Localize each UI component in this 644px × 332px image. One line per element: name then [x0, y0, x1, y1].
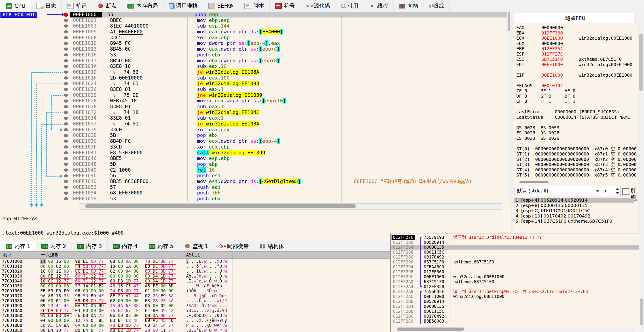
stack-row[interactable]: 012FF288│0D011C5C — [391, 250, 639, 254]
spin-up-icon[interactable] — [616, 188, 619, 190]
tab-内存 2[interactable]: 内存 2 — [36, 241, 72, 251]
disasm-address[interactable]: 00EE1037 — [70, 121, 105, 127]
registers-mini-scrollbar[interactable] — [520, 181, 548, 183]
memory-row[interactable]: 770D1030C0FE1277607112770000000000D41D77… — [0, 273, 390, 278]
register-row[interactable] — [516, 104, 637, 110]
stack-arguments-list[interactable]: 1: [esp+4] 00520914 005209142: [esp+8] 0… — [514, 198, 634, 224]
disasm-address[interactable]: 00EE1049 — [70, 167, 105, 173]
disasm-row[interactable]: 00EE1029v75 0Ejne win32dialog.EE1039 — [70, 92, 507, 98]
register-row[interactable]: ST(1) 00000000000000000000 x87r1 空 0.000… — [516, 151, 637, 157]
registers-vertical-scrollbar[interactable] — [638, 12, 644, 233]
register-row[interactable]: EBX012FF360 — [516, 31, 637, 36]
register-row[interactable]: GS 002BFS 0053 — [516, 125, 637, 131]
register-row[interactable]: EAX00000000 — [516, 25, 637, 31]
register-row[interactable]: ECX00EE1000win32dialog.00EE1000 — [516, 36, 637, 41]
row-dot[interactable] — [64, 186, 68, 189]
register-row[interactable]: ST(3) 00000000000000000000 x87r3 空 0.000… — [516, 162, 637, 167]
register-row[interactable]: LastError00000000 (ERROR_SUCCESS) — [516, 109, 637, 115]
disasm-row[interactable]: 00EE10468BE5mov esp,ebp — [70, 155, 507, 161]
row-dot[interactable] — [64, 180, 68, 183]
flag-pair[interactable]: TF 1 — [540, 99, 564, 104]
memory-dump-rows[interactable]: 770D10001400160098DC0D7708000A0078DC0D77… — [0, 259, 390, 332]
row-dot[interactable] — [64, 99, 68, 103]
stack-row[interactable]: 012FF298│012FF360 — [391, 269, 639, 274]
disasm-address[interactable]: 00EE1046 — [70, 155, 105, 161]
memory-row[interactable]: 770D1090B9534144BA9CD69D4A4A6E3806000200… — [0, 303, 390, 308]
register-row[interactable] — [516, 67, 637, 73]
flag-pair[interactable]: OF 0 — [516, 94, 540, 99]
row-dot[interactable] — [64, 53, 68, 56]
row-dot[interactable] — [64, 122, 68, 125]
row-dot[interactable] — [64, 25, 68, 28]
disasm-row[interactable]: 00EE104C56push esi — [70, 173, 507, 179]
disasm-row[interactable]: 00EE10138B45 0Cmov eax,dword ptr ss:[ebp… — [70, 46, 507, 52]
memory-row[interactable]: 770D10709A8B1335965DBD4F8E2DA2440225F93A… — [0, 293, 390, 298]
register-row[interactable]: CF 0TF 1IF 1 — [516, 99, 637, 104]
row-dot[interactable] — [64, 163, 68, 166]
disasm-address[interactable]: 00EE1041 — [70, 150, 105, 156]
disasm-row[interactable]: 00EE104D8B35 6C30EE00mov esi,dword ptr d… — [70, 179, 507, 184]
row-dot[interactable] — [64, 19, 68, 22]
memory-row[interactable]: 770D10E080D41D77B0D40F77A0D21D7720501177… — [0, 328, 390, 332]
row-dot[interactable] — [64, 169, 68, 172]
scrollbar-thumb[interactable] — [508, 12, 510, 31]
memory-row[interactable]: 770D10C004000000127A0F8EB3BFE84FB9A548FD… — [0, 318, 390, 323]
disasm-row[interactable]: 00EE103B5Bpop ebx — [70, 132, 507, 138]
register-row[interactable]: LastStatusC0000034 (STATUS_OBJECT_NAME_ — [516, 115, 637, 120]
calling-convention-select[interactable]: 默认 (stdcall) — [514, 186, 601, 196]
argument-count-stepper[interactable]: 5 — [601, 186, 620, 196]
disasm-row[interactable]: 00EE105468 EF030000push 3EF — [70, 190, 507, 196]
disasm-address[interactable]: 00EE104D — [70, 179, 105, 184]
disasm-address[interactable]: 00EE1024 — [70, 81, 105, 86]
memory-row[interactable]: 770D10201C001E00CCDC0D770200040060DC0D77… — [0, 269, 390, 273]
disasm-row[interactable]: 00EE103C8B4D FCmov ecx,dword ptr ss:[ebp… — [70, 138, 507, 144]
disasm-address[interactable]: 00EE1048 — [70, 161, 105, 167]
row-dot[interactable] — [64, 151, 68, 154]
disasm-address[interactable]: 00EE1013 — [70, 46, 105, 52]
disasm-address[interactable]: 00EE1059 — [70, 196, 105, 202]
disasm-row[interactable]: 00EE1037v74 51je win32dialog.EE108A — [70, 121, 507, 127]
disasm-row[interactable]: 00EE102683E8 01sub eax,1 — [70, 86, 507, 92]
disasm-row[interactable]: 00EE101653push ebx — [70, 52, 507, 58]
row-dot[interactable] — [64, 117, 68, 120]
register-row[interactable]: ST(4) 00000000000000000000 x87r4 空 0.000… — [516, 167, 637, 173]
spin-down-icon[interactable] — [616, 192, 619, 195]
disasm-address[interactable]: 00EE1032 — [70, 110, 105, 115]
row-dot[interactable] — [64, 65, 68, 68]
tab-监视 1[interactable]: 监视 1 — [179, 241, 214, 251]
disassembly-rows[interactable]: 00EE100055push ebp00EE10018BECmov ebp,es… — [70, 12, 507, 202]
stack-panel[interactable]: 012FF27C┌75579E93返回到 user32.Ordinal#2713… — [390, 233, 639, 332]
disasm-address[interactable]: 00EE103C — [70, 138, 105, 144]
disasm-address[interactable]: 00EE1053 — [70, 184, 105, 190]
disassembly-horizontal-scrollbar[interactable] — [79, 203, 502, 210]
disassembly-panel[interactable]: EIP ECX EDI 00EE100055push ebp00EE10018B… — [0, 12, 512, 214]
flag-pair[interactable]: DF 0 — [564, 94, 589, 99]
unlock-checkbox[interactable] — [622, 188, 629, 195]
tab-内存 3[interactable]: 内存 3 — [72, 241, 108, 251]
disasm-row[interactable]: 00EE10108945 FCmov dword ptr ss:[ebp-4],… — [70, 40, 507, 46]
disasm-row[interactable]: 00EE103933C0xor eax,eax — [70, 127, 507, 133]
argument-row[interactable]: 2: [esp+8] 00000135 00000135 — [514, 203, 634, 208]
disasm-row[interactable]: 00EE1024v74 6Dje win32dialog.EE1093 — [70, 81, 507, 86]
stack-row[interactable]: 012FF2AC│00EE1000win32dialog.00EE1000 — [391, 294, 639, 299]
stack-row[interactable]: 012FF29C│00EE1000win32dialog.00EE1000 — [391, 274, 639, 279]
register-row[interactable]: EBP012FF2A4 — [516, 46, 637, 52]
tab-内存 5[interactable]: 内存 5 — [143, 241, 179, 251]
register-row[interactable]: ES 002BDS 002B — [516, 130, 637, 136]
disasm-address[interactable]: 00EE102F — [70, 104, 105, 110]
register-row[interactable]: ST(5) 00000000000000000000 x87r5 空 0.000… — [516, 173, 637, 178]
stack-row[interactable]: 012FF2A0│6B7C51F0uxtheme.6B7C51F0 — [391, 279, 639, 284]
row-dot[interactable] — [64, 197, 68, 200]
disasm-row[interactable]: 00EE105953push ebx — [70, 196, 507, 202]
memory-dump-panel[interactable]: 地址 十六进制 ASCII 770D10001400160098DC0D7708… — [0, 251, 390, 332]
stack-row[interactable]: 012FF284│00000135 — [391, 245, 639, 250]
tab-引用[interactable]: 引用 — [336, 0, 364, 12]
row-dot[interactable] — [64, 59, 68, 62]
register-list[interactable]: EAX00000000EBX012FF360ECX00EE1000win32di… — [516, 25, 637, 178]
register-row[interactable] — [516, 78, 637, 83]
tab-跟踪[interactable]: 跟踪 — [424, 0, 450, 12]
disasm-row[interactable]: 00EE102B0FB745 10movzx eax,word ptr ss:[… — [70, 98, 507, 104]
row-dot[interactable] — [64, 105, 68, 108]
memory-row[interactable]: 770D10001400160098DC0D7708000A0078DC0D77… — [0, 259, 390, 264]
tab-局部变量[interactable]: [x=]局部变量 — [214, 241, 254, 251]
